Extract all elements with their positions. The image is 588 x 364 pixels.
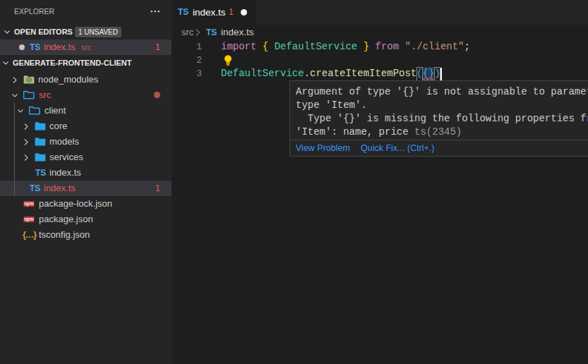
svg-text:npm: npm xyxy=(24,201,34,207)
svg-text:npm: npm xyxy=(24,217,34,222)
